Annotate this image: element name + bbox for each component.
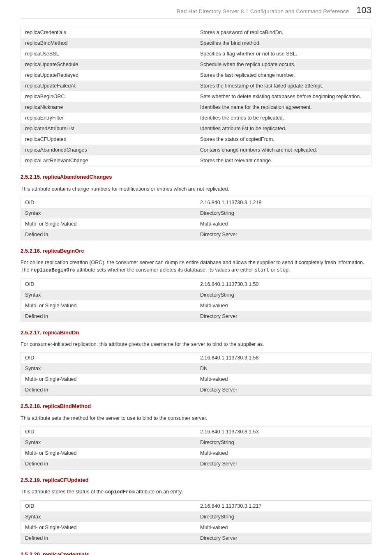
table-row: replicaNicknameIdentifies the name for t…: [21, 102, 371, 113]
table-row: replicaEntryFilterIdentifies the entries…: [21, 113, 371, 123]
table-row: Defined inDirectory Server: [21, 229, 371, 240]
property-value-cell: DirectoryString: [196, 208, 371, 219]
section-heading: 2.5.2.16. replicaBeginOrc: [21, 248, 371, 254]
property-key-cell: Defined in: [21, 533, 196, 544]
attribute-name-cell: replicaBeginORC: [21, 91, 196, 102]
table-row: replicaCFUpdatedStores the status of cop…: [21, 134, 371, 145]
section-text: This attribute contains change numbers f…: [21, 185, 371, 193]
table-row: replicatedAttributeListIdentifies attrib…: [21, 123, 371, 134]
attribute-desc-cell: Stores the timestamp of the last failed …: [196, 81, 371, 91]
table-row: SyntaxDN: [21, 363, 371, 374]
table-row: replicaUseSSLSpecifies a flag whether or…: [21, 48, 371, 59]
table-row: OID2.16.840.1.113730.3.1.217: [21, 500, 371, 511]
property-key-cell: OID: [21, 279, 196, 290]
table-row: SyntaxDirectoryString: [21, 511, 371, 522]
attribute-desc-cell: Specifies the bind method.: [196, 38, 371, 48]
page-header: Red Hat Directory Server 8.1 Configurati…: [21, 0, 371, 18]
attribute-name-cell: replicaCredentials: [21, 27, 196, 38]
page-container: Red Hat Directory Server 8.1 Configurati…: [0, 0, 392, 555]
property-key-cell: Multi- or Single-Valued: [21, 219, 196, 229]
table-row: Multi- or Single-ValuedMulti-valued: [21, 300, 371, 311]
attribute-name-cell: replicaUpdateReplayed: [21, 70, 196, 81]
property-key-cell: Multi- or Single-Valued: [21, 374, 196, 385]
section-text: For consumer-initiated replication, this…: [21, 341, 371, 348]
attribute-name-cell: replicaLastRelevantChange: [21, 155, 196, 166]
section-heading: 2.5.2.18. replicaBindMethod: [21, 403, 371, 409]
attribute-desc-cell: Sets whether to delete existing database…: [196, 91, 371, 102]
section-text: This attribute sets the method for the s…: [21, 415, 371, 422]
attribute-name-cell: replicaEntryFilter: [21, 113, 196, 123]
attribute-desc-cell: Stores the status of copiedFrom.: [196, 134, 371, 145]
property-value-cell: DirectoryString: [196, 437, 371, 448]
table-row: replicaBeginORCSets whether to delete ex…: [21, 91, 371, 102]
attribute-desc-cell: Schedule when the replica update occurs.: [196, 59, 371, 70]
table-row: OID2.16.840.1.113730.3.1.58: [21, 352, 371, 364]
table-row: SyntaxDirectoryString: [21, 290, 371, 300]
table-row: replicaLastRelevantChangeStores the last…: [21, 155, 371, 166]
attribute-name-cell: replicaBindMethod: [21, 38, 196, 48]
header-title: Red Hat Directory Server 8.1 Configurati…: [177, 8, 349, 14]
property-key-cell: Syntax: [21, 290, 196, 300]
page-number: 103: [356, 5, 371, 16]
property-key-cell: OID: [21, 197, 196, 208]
table-row: replicaCredentialsStores a password of r…: [21, 27, 371, 38]
attribute-name-cell: replicatedAttributeList: [21, 123, 196, 134]
text-fragment: .: [288, 267, 290, 273]
table-row: OID2.16.840.1.113730.3.1.218: [21, 197, 371, 208]
property-key-cell: Multi- or Single-Valued: [21, 300, 196, 311]
property-key-cell: OID: [21, 500, 196, 511]
property-key-cell: Syntax: [21, 363, 196, 374]
table-row: Multi- or Single-ValuedMulti-valued: [21, 448, 371, 458]
property-value-cell: DirectoryString: [196, 290, 371, 300]
property-key-cell: Defined in: [21, 229, 196, 240]
attribute-name-cell: replicaUseSSL: [21, 48, 196, 59]
section-heading: 2.5.2.17. replicaBindDn: [21, 329, 371, 336]
property-key-cell: Multi- or Single-Valued: [21, 522, 196, 533]
property-key-cell: Defined in: [21, 385, 196, 396]
table-row: Defined inDirectory Server: [21, 385, 371, 396]
property-value-cell: 2.16.840.1.113730.3.1.50: [196, 279, 371, 290]
property-value-cell: Directory Server: [196, 533, 371, 544]
property-value-cell: Multi-valued: [196, 448, 371, 458]
property-value-cell: Directory Server: [196, 385, 371, 396]
attribute-desc-cell: Identifies attribute list to be replicat…: [196, 123, 371, 134]
attribute-detail-table: OID2.16.840.1.113730.3.1.217SyntaxDirect…: [21, 500, 371, 544]
text-fragment: attribute sets whether the consumer dele…: [75, 267, 254, 273]
property-key-cell: Multi- or Single-Valued: [21, 448, 196, 458]
section-heading: 2.5.2.20. replicaCredentials: [21, 551, 371, 555]
attribute-name-cell: replicaUpdateFailedAt: [21, 81, 196, 91]
property-key-cell: OID: [21, 426, 196, 437]
property-key-cell: Syntax: [21, 437, 196, 448]
property-value-cell: Multi-valued: [196, 522, 371, 533]
text-fragment: attribute on an entry.: [135, 489, 183, 495]
section-heading: 2.5.2.15. replicaAbandonedChanges: [21, 174, 371, 180]
attribute-detail-table: OID2.16.840.1.113730.3.1.50SyntaxDirecto…: [21, 279, 371, 322]
text-fragment: or: [269, 267, 277, 273]
section-heading: 2.5.2.19. replicaCFUpdated: [21, 477, 371, 483]
attribute-detail-table: OID2.16.840.1.113730.3.1.58SyntaxDNMulti…: [21, 352, 371, 396]
table-row: Defined inDirectory Server: [21, 533, 371, 544]
property-value-cell: 2.16.840.1.113730.3.1.53: [196, 426, 371, 437]
table-row: Multi- or Single-ValuedMulti-valued: [21, 219, 371, 229]
table-row: OID2.16.840.1.113730.3.1.53: [21, 426, 371, 437]
section-text: For online replication creation (ORC), t…: [21, 259, 371, 274]
property-value-cell: Multi-valued: [196, 374, 371, 385]
section-text: This attribute stores the status of the …: [21, 488, 371, 496]
property-value-cell: Multi-valued: [196, 300, 371, 311]
table-row: replicaUpdateScheduleSchedule when the r…: [21, 59, 371, 70]
attribute-desc-cell: Identifies the name for the replication …: [196, 102, 371, 113]
inline-code: start: [254, 267, 269, 273]
attribute-desc-cell: Stores the last replicated change number…: [196, 70, 371, 81]
table-row: OID2.16.840.1.113730.3.1.50: [21, 279, 371, 290]
table-row: Multi- or Single-ValuedMulti-valued: [21, 374, 371, 385]
property-key-cell: OID: [21, 352, 196, 364]
table-row: replicaUpdateReplayedStores the last rep…: [21, 70, 371, 81]
inline-code: replicaBeginOrc: [31, 267, 75, 273]
attribute-summary-table: replicaCredentialsStores a password of r…: [21, 27, 371, 166]
property-key-cell: Defined in: [21, 311, 196, 322]
property-value-cell: Directory Server: [196, 458, 371, 470]
attribute-detail-table: OID2.16.840.1.113730.3.1.53SyntaxDirecto…: [21, 426, 371, 470]
attribute-desc-cell: Specifies a flag whether or not to use S…: [196, 48, 371, 59]
table-row: replicaAbandonedChangesContains change n…: [21, 145, 371, 155]
table-row: Defined inDirectory Server: [21, 311, 371, 322]
